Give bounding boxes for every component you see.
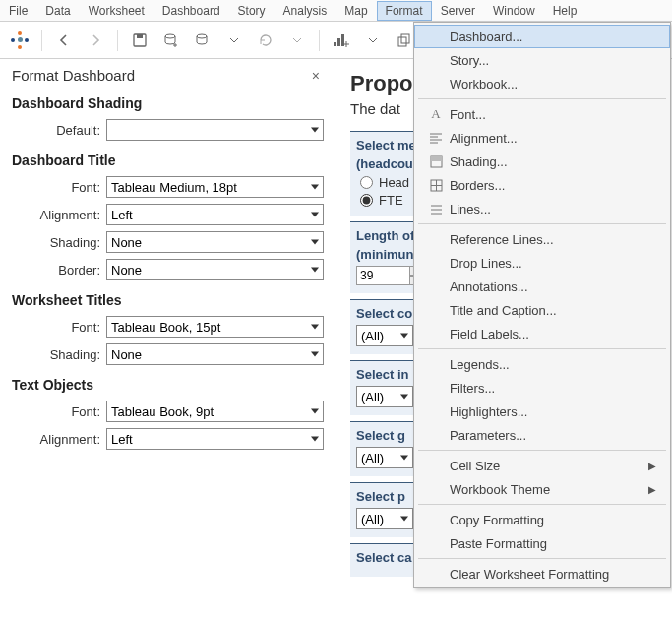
menu-item-label: Workbook Theme	[450, 482, 648, 497]
shade-icon	[414, 155, 450, 168]
dropdown2-caret-icon[interactable]	[283, 27, 311, 54]
wt-shade-dropdown[interactable]: None	[106, 343, 324, 365]
to-font-dropdown[interactable]: Tableau Book, 9pt	[106, 401, 324, 422]
menu-item-label: Reference Lines...	[450, 232, 656, 247]
svg-rect-7	[337, 38, 340, 46]
format-menu-item[interactable]: Title and Caption...	[414, 298, 670, 322]
format-menu-item[interactable]: Copy Formatting	[414, 508, 670, 531]
svg-rect-1	[137, 34, 143, 38]
dt-font-label: Font:	[12, 180, 106, 195]
format-menu-item[interactable]: Legends...	[414, 352, 670, 376]
menu-item-label: Title and Caption...	[450, 303, 656, 318]
menu-data[interactable]: Data	[36, 1, 79, 21]
menu-format[interactable]: Format	[377, 1, 432, 21]
svg-rect-12	[401, 34, 409, 43]
section-dashboard-shading: Dashboard Shading	[12, 95, 324, 111]
dt-border-dropdown[interactable]: None	[106, 259, 324, 280]
format-panel: Format Dashboard × Dashboard Shading Def…	[0, 59, 336, 617]
menu-item-label: Copy Formatting	[450, 513, 656, 527]
submenu-arrow-icon: ▶	[648, 461, 656, 471]
align-icon	[414, 132, 450, 144]
new-sheet-icon[interactable]	[328, 27, 355, 54]
menu-story[interactable]: Story	[229, 1, 275, 21]
menu-item-label: Legends...	[450, 357, 656, 372]
select-c-combo[interactable]: (All)	[356, 325, 413, 346]
select-p-combo[interactable]: (All)	[356, 508, 413, 529]
menu-help[interactable]: Help	[544, 1, 586, 21]
new-worksheet-icon[interactable]	[189, 27, 216, 54]
select-i-combo[interactable]: (All)	[356, 386, 413, 407]
format-menu-item[interactable]: Borders...	[414, 173, 670, 197]
format-menu-item[interactable]: Annotations...	[414, 275, 670, 298]
menu-item-label: Shading...	[450, 154, 656, 169]
refresh-icon[interactable]	[252, 27, 279, 54]
menu-item-label: Annotations...	[450, 279, 656, 294]
lines-icon	[414, 203, 450, 215]
menu-item-label: Lines...	[450, 202, 656, 216]
format-menu-item[interactable]: Field Labels...	[414, 322, 670, 345]
save-icon[interactable]	[126, 27, 153, 54]
svg-rect-18	[431, 156, 442, 161]
menu-window[interactable]: Window	[484, 1, 544, 21]
format-menu-item[interactable]: Workbook...	[414, 72, 670, 95]
back-icon[interactable]	[50, 27, 78, 54]
menu-item-label: Drop Lines...	[450, 256, 656, 271]
dropdown-caret-icon[interactable]	[220, 27, 248, 54]
section-text-objects: Text Objects	[12, 377, 324, 393]
format-menu-item[interactable]: Cell Size▶	[414, 454, 670, 477]
default-label: Default:	[12, 123, 106, 138]
dropdown3-caret-icon[interactable]	[359, 27, 387, 54]
svg-point-5	[197, 34, 207, 38]
menu-dashboard[interactable]: Dashboard	[153, 1, 229, 21]
menu-item-label: Dashboard...	[450, 30, 656, 44]
forward-icon[interactable]	[82, 27, 109, 54]
dt-border-label: Border:	[12, 263, 106, 278]
dt-font-dropdown[interactable]: Tableau Medium, 18pt	[106, 176, 324, 198]
format-menu-item[interactable]: Story...	[414, 48, 670, 72]
default-shading-dropdown[interactable]	[106, 119, 324, 141]
menu-item-label: Filters...	[450, 381, 656, 396]
format-menu-item[interactable]: Drop Lines...	[414, 251, 670, 275]
submenu-arrow-icon: ▶	[648, 484, 656, 495]
menu-item-label: Font...	[450, 107, 656, 122]
format-menu-item[interactable]: Reference Lines...	[414, 227, 670, 251]
menu-item-label: Clear Worksheet Formatting	[450, 567, 656, 582]
menu-item-label: Parameters...	[450, 428, 656, 443]
format-menu-item[interactable]: Paste Formatting	[414, 531, 670, 555]
dt-align-dropdown[interactable]: Left	[106, 204, 324, 225]
menu-file[interactable]: File	[0, 1, 36, 21]
format-menu-item[interactable]: Shading...	[414, 150, 670, 173]
menu-server[interactable]: Server	[432, 1, 484, 21]
svg-rect-6	[334, 42, 336, 46]
wt-font-dropdown[interactable]: Tableau Book, 15pt	[106, 316, 324, 338]
to-align-dropdown[interactable]: Left	[106, 428, 324, 450]
format-menu-item[interactable]: Lines...	[414, 197, 670, 220]
new-data-icon[interactable]	[157, 27, 185, 54]
menu-analysis[interactable]: Analysis	[275, 1, 336, 21]
panel-title: Format Dashboard	[12, 67, 135, 84]
close-icon[interactable]: ×	[308, 68, 324, 84]
menu-worksheet[interactable]: Worksheet	[80, 1, 153, 21]
menubar: File Data Worksheet Dashboard Story Anal…	[0, 0, 672, 22]
dt-align-label: Alignment:	[12, 208, 106, 222]
format-menu-item[interactable]: Parameters...	[414, 423, 670, 447]
select-g-combo[interactable]: (All)	[356, 447, 413, 468]
format-menu-item[interactable]: Alignment...	[414, 126, 670, 150]
format-menu-item[interactable]: Highlighters...	[414, 400, 670, 423]
dt-shade-label: Shading:	[12, 235, 106, 250]
format-menu-item[interactable]: Clear Worksheet Formatting	[414, 562, 670, 586]
format-dropdown: Dashboard...Story...Workbook...AFont...A…	[413, 22, 671, 588]
format-menu-item[interactable]: Dashboard...	[414, 25, 670, 48]
length-input[interactable]	[356, 266, 409, 285]
wt-font-label: Font:	[12, 320, 106, 335]
tableau-logo-icon[interactable]	[6, 27, 33, 54]
svg-rect-11	[398, 37, 406, 46]
menu-map[interactable]: Map	[336, 1, 376, 21]
format-menu-item[interactable]: AFont...	[414, 102, 670, 126]
menu-item-label: Story...	[450, 53, 656, 68]
dt-shade-dropdown[interactable]: None	[106, 231, 324, 253]
menu-item-label: Paste Formatting	[450, 536, 656, 551]
format-menu-item[interactable]: Filters...	[414, 376, 670, 400]
menu-item-label: Highlighters...	[450, 404, 656, 419]
format-menu-item[interactable]: Workbook Theme▶	[414, 477, 670, 501]
